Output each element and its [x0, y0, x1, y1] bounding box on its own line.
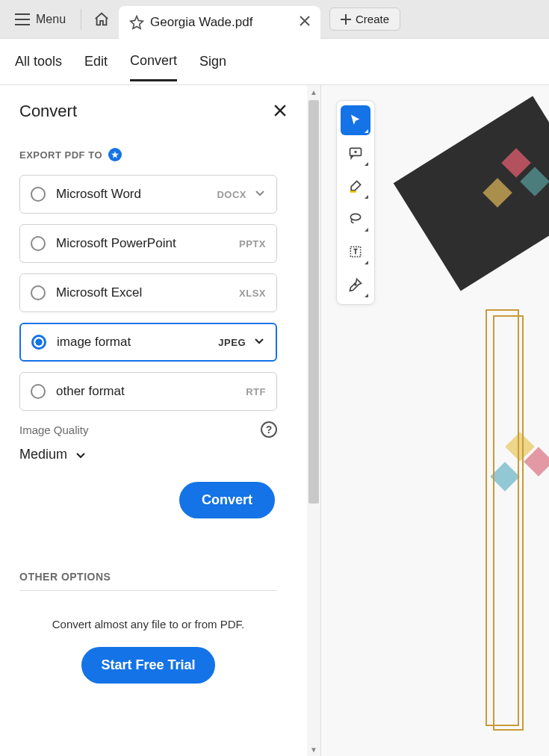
document-graphic: [493, 315, 524, 731]
panel-body: EXPORT PDF TO ★ Microsoft Word DOCX: [0, 148, 320, 684]
main-area: ▲ ▼ Convert EXPORT PDF TO ★ Microsoft Wo…: [0, 85, 549, 756]
tab-edit[interactable]: Edit: [84, 43, 108, 80]
format-label: PPTX: [239, 238, 266, 250]
option-label: Microsoft Excel: [56, 285, 142, 300]
menu-label: Menu: [36, 13, 66, 26]
other-options-section: OTHER OPTIONS Convert almost any file to…: [19, 518, 301, 684]
draw-tool-button[interactable]: [341, 204, 370, 234]
option-microsoft-powerpoint[interactable]: Microsoft PowerPoint PPTX: [19, 224, 277, 263]
option-microsoft-word[interactable]: Microsoft Word DOCX: [19, 175, 277, 214]
divider: [81, 9, 81, 30]
start-free-trial-button[interactable]: Start Free Trial: [81, 647, 214, 684]
option-label: image format: [57, 335, 131, 350]
text-select-icon: [348, 244, 363, 259]
format-label: DOCX: [217, 189, 246, 200]
hamburger-icon: [15, 13, 30, 25]
export-options: Microsoft Word DOCX Microsoft PowerPoint: [19, 175, 277, 411]
scroll-thumb[interactable]: [308, 100, 319, 504]
option-other-format[interactable]: other format RTF: [19, 372, 277, 411]
plus-icon: [341, 14, 351, 25]
comment-icon: [348, 146, 363, 161]
document-graphic: [486, 309, 519, 726]
option-microsoft-excel[interactable]: Microsoft Excel XLSX: [19, 273, 277, 312]
radio-icon: [31, 335, 46, 350]
cursor-icon: [349, 114, 362, 127]
tool-palette: [336, 100, 375, 305]
home-button[interactable]: [87, 5, 116, 34]
image-quality-row: Image Quality ?: [19, 421, 277, 438]
image-quality-select[interactable]: Medium: [19, 447, 301, 462]
tab-title: Georgia Wade.pdf: [150, 15, 252, 30]
select-tool-button[interactable]: [341, 105, 370, 135]
highlight-tool-button[interactable]: [341, 171, 370, 201]
format-label: JPEG: [218, 337, 246, 348]
document-tab[interactable]: Georgia Wade.pdf: [119, 6, 320, 39]
option-image-format[interactable]: image format JPEG: [19, 323, 277, 362]
document-graphic: [394, 96, 549, 291]
scrollbar[interactable]: ▲ ▼: [307, 85, 320, 756]
comment-tool-button[interactable]: [341, 138, 370, 168]
option-label: Microsoft PowerPoint: [56, 236, 176, 251]
chevron-down-icon: [254, 187, 266, 202]
quality-value: Medium: [19, 447, 67, 462]
svg-point-1: [350, 214, 360, 220]
home-icon: [93, 11, 110, 28]
image-quality-label: Image Quality: [19, 424, 89, 436]
panel-close-button[interactable]: [274, 103, 286, 120]
radio-icon: [31, 236, 46, 251]
tools-row: All tools Edit Convert Sign: [0, 39, 549, 85]
lasso-icon: [348, 211, 363, 226]
radio-icon: [31, 384, 46, 399]
export-section-label: EXPORT PDF TO ★: [19, 148, 301, 161]
format-label: RTF: [246, 386, 266, 397]
scroll-up-button[interactable]: ▲: [307, 85, 320, 99]
other-options-label: OTHER OPTIONS: [19, 571, 301, 583]
option-label: other format: [56, 384, 125, 399]
sign-tool-button[interactable]: [341, 270, 370, 300]
highlighter-icon: [348, 179, 363, 193]
convert-button[interactable]: Convert: [179, 482, 275, 518]
radio-icon: [31, 285, 46, 300]
divider: [19, 590, 277, 591]
panel-title: Convert: [19, 102, 77, 121]
other-options-text: Convert almost any file to or from PDF.: [19, 618, 277, 630]
tab-all-tools[interactable]: All tools: [15, 43, 62, 80]
document-viewport[interactable]: [321, 85, 549, 756]
radio-icon: [31, 187, 46, 202]
scroll-down-button[interactable]: ▼: [307, 743, 320, 756]
option-label: Microsoft Word: [56, 187, 141, 202]
text-select-tool-button[interactable]: [341, 237, 370, 267]
create-button[interactable]: Create: [329, 7, 400, 31]
menu-button[interactable]: Menu: [6, 8, 75, 31]
create-label: Create: [356, 13, 389, 25]
convert-panel: ▲ ▼ Convert EXPORT PDF TO ★ Microsoft Wo…: [0, 85, 321, 756]
help-icon[interactable]: ?: [261, 421, 277, 438]
format-label: XLSX: [239, 288, 266, 299]
premium-badge-icon: ★: [108, 148, 122, 161]
panel-header: Convert: [0, 85, 320, 130]
tab-sign[interactable]: Sign: [199, 43, 226, 80]
close-icon: [274, 105, 286, 117]
close-tab-button[interactable]: [300, 14, 310, 30]
chevron-down-icon: [75, 449, 87, 461]
tab-convert[interactable]: Convert: [130, 43, 177, 81]
fountain-pen-icon: [348, 277, 363, 292]
chevron-down-icon[interactable]: [253, 335, 265, 350]
top-bar: Menu Georgia Wade.pdf Create: [0, 0, 549, 39]
star-icon: [129, 15, 144, 30]
close-icon: [300, 16, 310, 26]
svg-point-3: [355, 284, 356, 285]
